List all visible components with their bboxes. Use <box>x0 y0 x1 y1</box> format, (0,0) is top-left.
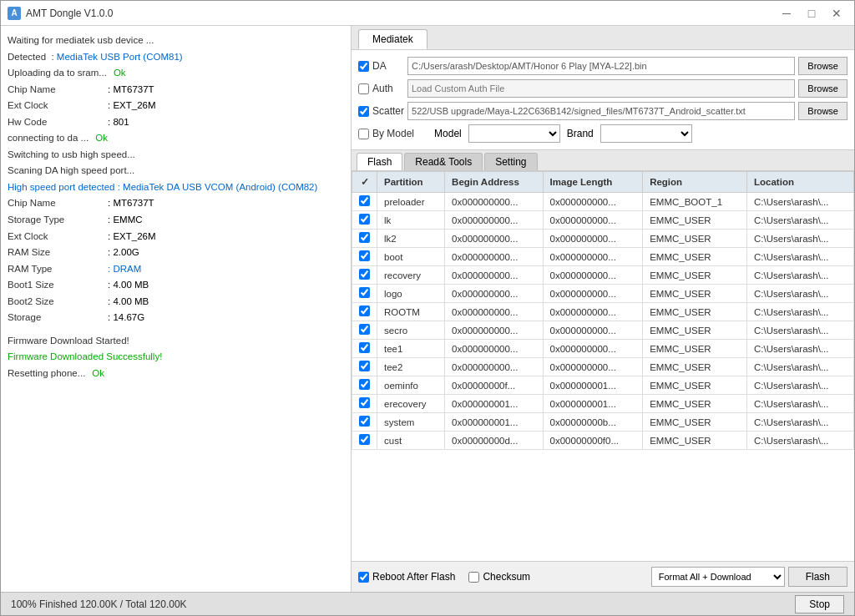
row-region: EMMC_USER <box>643 376 747 395</box>
row-begin: 0x000000000... <box>445 321 543 340</box>
row-location: C:\Users\arash\... <box>747 376 854 395</box>
reboot-label: Reboot After Flash <box>372 571 455 583</box>
row-length: 0x000000000... <box>543 266 643 285</box>
row-begin: 0x000000001... <box>445 413 543 432</box>
row-location: C:\Users\arash\... <box>747 340 854 358</box>
auth-row: Auth Browse <box>358 79 847 98</box>
row-partition: secro <box>377 321 445 340</box>
log-pair: Ext Clock : EXT_26M <box>8 98 344 114</box>
checksum-label: Checksum <box>483 571 530 583</box>
row-check[interactable] <box>352 432 377 450</box>
log-pair: Ext Clock : EXT_26M <box>8 229 344 245</box>
row-check[interactable] <box>352 376 377 395</box>
tab-flash[interactable]: Flash <box>357 153 402 170</box>
brand-select[interactable] <box>600 124 692 143</box>
scatter-browse-button[interactable]: Browse <box>798 102 847 120</box>
partition-table: ✓ Partition Begin Address Image Length R… <box>352 171 854 450</box>
stop-button[interactable]: Stop <box>795 595 844 613</box>
table-row: system 0x000000001... 0x00000000b... EMM… <box>352 413 854 432</box>
row-length: 0x000000000... <box>543 340 643 358</box>
col-location: Location <box>747 172 854 193</box>
row-check[interactable] <box>352 266 377 285</box>
row-region: EMMC_USER <box>643 413 747 432</box>
auth-label: Auth <box>372 83 393 94</box>
table-row: lk 0x000000000... 0x000000000... EMMC_US… <box>352 211 854 230</box>
scatter-checkbox-label[interactable]: Scatter <box>358 105 404 117</box>
by-model-checkbox[interactable] <box>358 129 369 139</box>
download-option-select[interactable]: Download Only Format All + Download Firm… <box>651 567 785 587</box>
row-check[interactable] <box>352 230 377 248</box>
da-browse-button[interactable]: Browse <box>798 57 847 75</box>
by-model-checkbox-label[interactable]: By Model <box>358 128 414 139</box>
tab-read-tools[interactable]: Read& Tools <box>404 153 483 170</box>
row-check[interactable] <box>352 395 377 413</box>
row-location: C:\Users\arash\... <box>747 321 854 340</box>
row-begin: 0x000000000... <box>445 358 543 376</box>
log-line: Switching to usb high speed... <box>8 147 344 164</box>
log-panel: Waiting for mediatek usb device ... Dete… <box>1 26 352 592</box>
app-icon: A <box>8 7 21 20</box>
table-row: cust 0x00000000d... 0x00000000f0... EMMC… <box>352 432 854 450</box>
maximize-button[interactable]: □ <box>801 5 822 22</box>
model-select[interactable] <box>468 124 560 143</box>
row-check[interactable] <box>352 211 377 230</box>
row-check[interactable] <box>352 413 377 432</box>
auth-checkbox-label[interactable]: Auth <box>358 83 404 94</box>
row-location: C:\Users\arash\... <box>747 413 854 432</box>
da-input[interactable] <box>407 57 795 75</box>
table-row: ROOTM 0x000000000... 0x000000000... EMMC… <box>352 303 854 321</box>
auth-checkbox[interactable] <box>358 83 369 94</box>
row-check[interactable] <box>352 193 377 211</box>
tab-setting[interactable]: Setting <box>484 153 537 170</box>
status-text: 100% Finished 120.00K / Total 120.00K <box>11 598 187 610</box>
da-checkbox-label[interactable]: DA <box>358 60 404 72</box>
reboot-checkbox[interactable] <box>358 572 369 583</box>
row-location: C:\Users\arash\... <box>747 395 854 413</box>
col-region: Region <box>643 172 747 193</box>
row-partition: preloader <box>377 193 445 211</box>
row-region: EMMC_USER <box>643 340 747 358</box>
detected-port: MediaTek USB Port (COM81) <box>57 52 183 62</box>
row-location: C:\Users\arash\... <box>747 303 854 321</box>
row-begin: 0x000000000... <box>445 340 543 358</box>
log-pair: RAM Type : DRAM <box>8 261 344 278</box>
row-check[interactable] <box>352 321 377 340</box>
row-location: C:\Users\arash\... <box>747 432 854 450</box>
row-location: C:\Users\arash\... <box>747 211 854 230</box>
table-row: boot 0x000000000... 0x000000000... EMMC_… <box>352 248 854 266</box>
row-region: EMMC_USER <box>643 432 747 450</box>
row-region: EMMC_USER <box>643 285 747 303</box>
table-row: tee2 0x000000000... 0x000000000... EMMC_… <box>352 358 854 376</box>
status-bar: 100% Finished 120.00K / Total 120.00K St… <box>1 592 854 615</box>
row-check[interactable] <box>352 358 377 376</box>
partition-table-container[interactable]: ✓ Partition Begin Address Image Length R… <box>352 171 854 561</box>
checksum-checkbox-label[interactable]: Checksum <box>468 571 530 583</box>
row-length: 0x000000000... <box>543 321 643 340</box>
auth-input[interactable] <box>407 79 795 98</box>
scatter-input[interactable] <box>407 102 795 120</box>
auth-browse-button[interactable]: Browse <box>798 79 847 98</box>
row-begin: 0x000000000... <box>445 211 543 230</box>
row-length: 0x000000000... <box>543 230 643 248</box>
reboot-checkbox-label[interactable]: Reboot After Flash <box>358 571 455 583</box>
tab-mediatek[interactable]: Mediatek <box>358 29 428 49</box>
row-partition: oeminfo <box>377 376 445 395</box>
scatter-checkbox[interactable] <box>358 106 369 117</box>
close-button[interactable]: ✕ <box>826 5 847 22</box>
flash-button[interactable]: Flash <box>788 567 847 587</box>
row-location: C:\Users\arash\... <box>747 193 854 211</box>
da-label: DA <box>372 60 387 72</box>
row-check[interactable] <box>352 340 377 358</box>
window-title: AMT Dongle V1.0.0 <box>26 8 114 19</box>
row-region: EMMC_USER <box>643 358 747 376</box>
row-location: C:\Users\arash\... <box>747 358 854 376</box>
minimize-button[interactable]: ─ <box>776 5 797 22</box>
checksum-checkbox[interactable] <box>468 572 479 583</box>
da-checkbox[interactable] <box>358 61 369 72</box>
row-check[interactable] <box>352 248 377 266</box>
log-firmware-start: Firmware Download Started! <box>8 333 344 350</box>
row-check[interactable] <box>352 285 377 303</box>
row-check[interactable] <box>352 303 377 321</box>
row-length: 0x000000001... <box>543 376 643 395</box>
row-partition: recovery <box>377 266 445 285</box>
